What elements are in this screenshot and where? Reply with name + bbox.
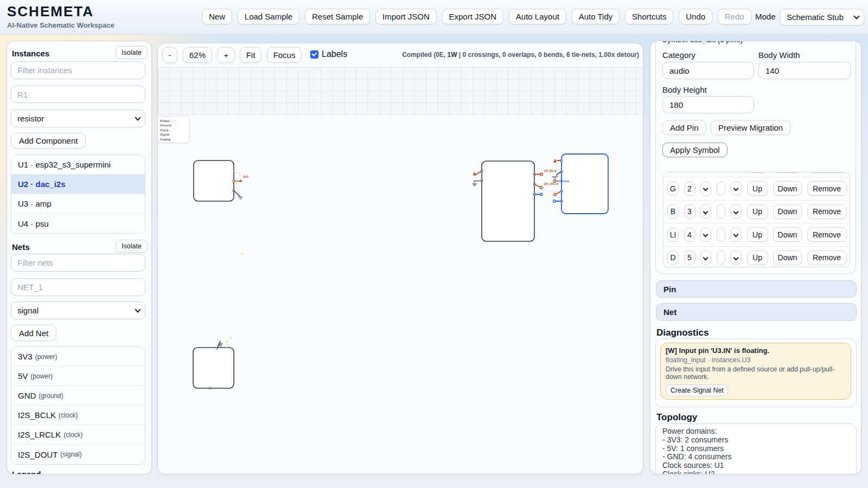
- svg-text:I2S bus: I2S bus: [559, 179, 570, 183]
- svg-text:3V3: 3V3: [243, 175, 248, 178]
- svg-text:I2S_LRCLK: I2S_LRCLK: [544, 183, 559, 185]
- svg-text:5V: 5V: [229, 336, 233, 339]
- svg-text:5V: 5V: [241, 252, 245, 255]
- svg-text:I2S_BCLK: I2S_BCLK: [544, 170, 557, 172]
